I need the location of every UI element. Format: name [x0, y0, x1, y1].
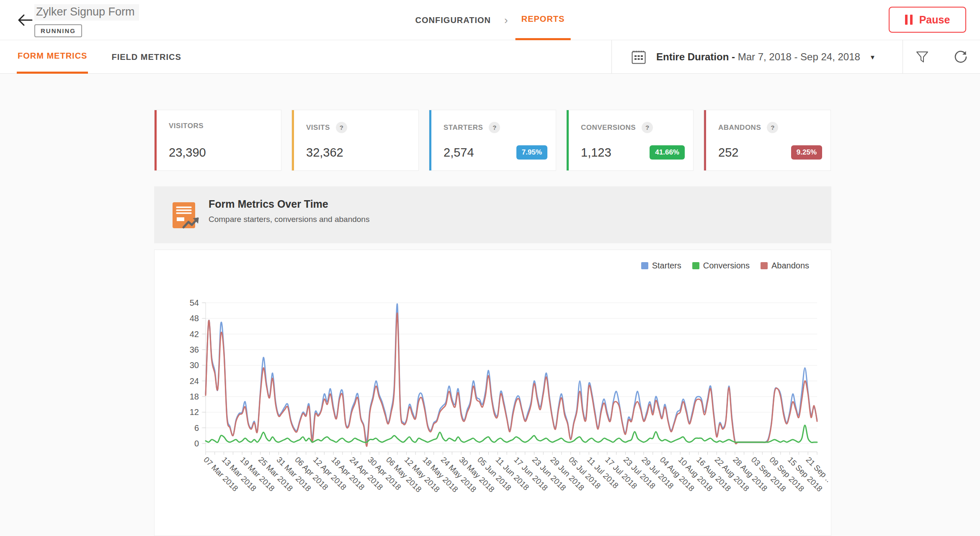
legend-item-starters[interactable]: Starters [641, 261, 681, 271]
tab-field-metrics[interactable]: FIELD METRICS [111, 40, 182, 74]
refresh-button[interactable] [941, 40, 980, 74]
breadcrumb: CONFIGURATION › REPORTS [410, 0, 571, 40]
svg-text:6: 6 [194, 423, 199, 433]
metric-card-visits: VISITS?32,362 [291, 110, 419, 171]
metrics-toolbar: FORM METRICS FIELD METRICS Entire Durati… [0, 40, 980, 74]
metric-label: CONVERSIONS [581, 124, 636, 132]
breadcrumb-reports[interactable]: REPORTS [516, 0, 571, 40]
legend-swatch [692, 262, 699, 269]
pause-icon [905, 15, 913, 25]
svg-text:36: 36 [190, 345, 199, 354]
metric-card-visitors: VISITORS23,390 [154, 110, 281, 171]
svg-text:12: 12 [190, 407, 199, 417]
metric-percentage-badge: 9.25% [791, 145, 822, 160]
legend-item-conversions[interactable]: Conversions [692, 261, 750, 271]
page-title: Zylker Signup Form [34, 4, 139, 21]
metric-cards-row: VISITORS23,390VISITS?32,362STARTERS?2,57… [154, 110, 831, 171]
metric-accent-stripe [292, 110, 294, 170]
filter-button[interactable] [903, 40, 941, 74]
status-badge: RUNNING [34, 24, 82, 37]
svg-text:24: 24 [190, 376, 199, 386]
svg-text:48: 48 [190, 314, 199, 323]
legend-swatch [641, 262, 648, 269]
metric-value: 252 [718, 146, 738, 160]
metric-value: 32,362 [306, 146, 343, 160]
svg-text:54: 54 [190, 298, 199, 307]
legend-label: Conversions [703, 261, 750, 271]
section-subtitle: Compare starters, conversions and abando… [209, 215, 369, 224]
date-range-prefix: Entire Duration - [656, 51, 738, 62]
metric-label: VISITS [306, 124, 330, 132]
help-icon[interactable]: ? [489, 122, 500, 133]
metrics-chart: 54484236302418126007 Mar 201813 Mar 2018… [155, 279, 832, 536]
legend-label: Abandons [771, 261, 809, 271]
report-document-icon [172, 201, 206, 231]
metric-percentage-badge: 7.95% [516, 145, 547, 160]
filter-funnel-icon [915, 50, 929, 64]
breadcrumb-configuration[interactable]: CONFIGURATION [410, 0, 497, 40]
top-header: Zylker Signup Form RUNNING CONFIGURATION… [0, 0, 980, 40]
metric-label: VISITORS [169, 122, 204, 130]
calendar-icon [631, 49, 646, 65]
metric-card-conversions: CONVERSIONS?1,12341.66% [566, 110, 694, 171]
metric-card-starters: STARTERS?2,5747.95% [429, 110, 556, 171]
help-icon[interactable]: ? [767, 122, 778, 133]
form-metrics-over-time-section: Form Metrics Over Time Compare starters,… [154, 186, 831, 243]
legend-swatch [761, 262, 768, 269]
metric-percentage-badge: 41.66% [650, 145, 685, 160]
pause-button-label: Pause [919, 14, 950, 26]
metric-label: STARTERS [444, 124, 483, 132]
help-icon[interactable]: ? [336, 122, 347, 133]
legend-item-abandons[interactable]: Abandons [761, 261, 809, 271]
tab-form-metrics[interactable]: FORM METRICS [17, 40, 88, 74]
chart-card: StartersConversionsAbandons 544842363024… [154, 250, 831, 536]
metric-card-abandons: ABANDONS?2529.25% [704, 110, 831, 171]
metric-value: 23,390 [169, 146, 206, 160]
svg-text:42: 42 [190, 330, 199, 339]
metric-label: ABANDONS [718, 124, 761, 132]
legend-label: Starters [652, 261, 681, 271]
svg-text:18: 18 [190, 392, 199, 401]
date-range-selector[interactable]: Entire Duration - Mar 7, 2018 - Sep 24, … [612, 40, 903, 74]
metrics-tabs: FORM METRICS FIELD METRICS [17, 40, 182, 74]
back-arrow-icon[interactable] [17, 13, 34, 28]
date-range-value: Mar 7, 2018 - Sep 24, 2018 [738, 51, 860, 62]
chevron-right-icon: › [497, 0, 516, 40]
metric-accent-stripe [155, 110, 157, 170]
chart-legend: StartersConversionsAbandons [641, 261, 809, 271]
section-title: Form Metrics Over Time [209, 198, 328, 210]
metric-accent-stripe [704, 110, 706, 170]
date-range-text: Entire Duration - Mar 7, 2018 - Sep 24, … [656, 51, 860, 63]
metric-value: 1,123 [581, 146, 611, 160]
caret-down-icon: ▼ [869, 54, 876, 61]
pause-button[interactable]: Pause [889, 7, 966, 33]
metric-value: 2,574 [444, 146, 474, 160]
metric-accent-stripe [429, 110, 431, 170]
metric-accent-stripe [567, 110, 569, 170]
refresh-icon [953, 49, 968, 64]
svg-text:30: 30 [190, 361, 199, 370]
svg-text:0: 0 [194, 439, 199, 448]
help-icon[interactable]: ? [642, 122, 653, 133]
